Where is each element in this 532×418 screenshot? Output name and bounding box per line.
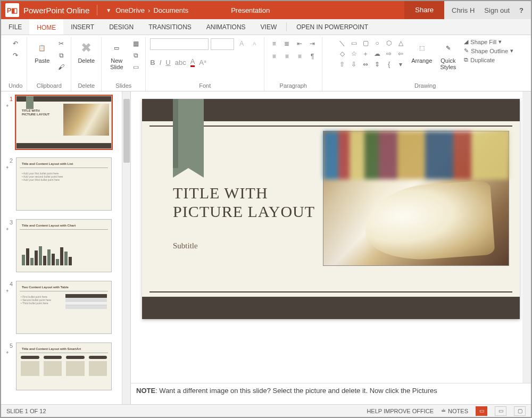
duplicate-slide-button[interactable]: ⧉ xyxy=(130,50,141,61)
redo-button[interactable]: ↷ xyxy=(10,50,21,61)
hide-slide-button[interactable]: ▭ xyxy=(130,62,141,72)
slide-thumbnail[interactable]: TITLE WITH PICTURE LAYOUT xyxy=(16,96,112,149)
animation-icon: ✦ xyxy=(5,350,13,355)
notes-pane[interactable]: NOTE: Want a different image on this sli… xyxy=(131,383,531,404)
align-left-button[interactable]: ≡ xyxy=(269,51,279,62)
tab-design[interactable]: DESIGN xyxy=(102,19,141,35)
tab-view[interactable]: VIEW xyxy=(253,19,285,35)
help-improve-link[interactable]: HELP IMPROVE OFFICE xyxy=(367,408,434,414)
notes-toggle[interactable]: ≐NOTES xyxy=(441,407,468,414)
scrollbar[interactable] xyxy=(122,91,130,404)
thumbnail-panel[interactable]: 1✦ TITLE WITH PICTURE LAYOUT 2✦ Title an… xyxy=(1,91,131,404)
align-center-button[interactable]: ≡ xyxy=(281,51,292,62)
scrollbar-handle[interactable] xyxy=(123,99,130,163)
undo-button[interactable]: ↶ xyxy=(10,38,21,49)
font-size-select[interactable] xyxy=(211,38,234,50)
copy-button[interactable]: ⧉ xyxy=(56,50,66,61)
scrollbar[interactable] xyxy=(522,91,531,383)
shape-arrow-l-icon[interactable]: ⇦ xyxy=(395,49,406,58)
shape-arrow-r-icon[interactable]: ⇨ xyxy=(384,49,394,58)
breadcrumb[interactable]: OneDrive › Documents xyxy=(115,6,188,14)
indent-left-button[interactable]: ⇤ xyxy=(294,38,305,49)
tab-file[interactable]: FILE xyxy=(1,19,29,35)
help-icon[interactable]: ? xyxy=(519,6,523,14)
paste-button[interactable]: 📋 Paste xyxy=(31,38,53,65)
slide-subtitle[interactable]: Subtitle xyxy=(173,241,198,250)
shape-plus-icon[interactable]: ＋ xyxy=(360,49,371,58)
slide-title[interactable]: TITLE WITH PICTURE LAYOUT xyxy=(173,184,315,221)
shape-more-icon[interactable]: ▾ xyxy=(395,60,406,69)
shrink-font-button[interactable]: A xyxy=(249,38,260,49)
italic-button[interactable]: I xyxy=(160,58,162,66)
shape-star-icon[interactable]: ☆ xyxy=(348,49,359,58)
format-painter-button[interactable]: 🖌 xyxy=(56,62,66,72)
breadcrumb-item[interactable]: Documents xyxy=(153,6,188,14)
signout-link[interactable]: Sign out xyxy=(484,6,510,14)
slide-canvas[interactable]: TITLE WITH PICTURE LAYOUT Subtitle xyxy=(142,99,520,319)
shape-rect-icon[interactable]: ▭ xyxy=(348,38,359,48)
shape-arrow-d-icon[interactable]: ⇩ xyxy=(348,60,359,69)
shape-arrow-u-icon[interactable]: ⇧ xyxy=(337,60,347,69)
shape-callout-icon[interactable]: ☁ xyxy=(372,49,383,58)
shape-brace-icon[interactable]: { xyxy=(384,60,394,69)
bookmark-graphic[interactable] xyxy=(173,99,204,168)
cut-button[interactable]: ✂ xyxy=(56,38,66,49)
indent-right-button[interactable]: ⇥ xyxy=(307,38,318,49)
shape-oval-icon[interactable]: ○ xyxy=(372,38,383,48)
user-name[interactable]: Chris H xyxy=(452,6,475,14)
arrange-button[interactable]: ⬚ Arrange xyxy=(409,38,434,65)
shape-line-icon[interactable]: ＼ xyxy=(337,38,347,48)
shape-rrect-icon[interactable]: ▢ xyxy=(360,38,371,48)
chevron-down-icon[interactable]: ▼ xyxy=(106,7,111,13)
shape-fill-button[interactable]: ◢Shape Fill▾ xyxy=(464,38,513,45)
font-family-select[interactable] xyxy=(150,38,209,50)
slide-thumbnail[interactable]: Title and Content Layout with SmartArt xyxy=(16,342,112,390)
notes-icon: ≐ xyxy=(441,407,446,414)
bullets-button[interactable]: ≡ xyxy=(269,38,279,49)
slide-thumbnail[interactable]: Title and Content Layout with List • Add… xyxy=(16,157,112,211)
thumbnail-item[interactable]: 5✦ Title and Content Layout with SmartAr… xyxy=(1,338,130,395)
shape-tri-icon[interactable]: △ xyxy=(395,38,406,48)
shape-hex-icon[interactable]: ⬡ xyxy=(384,38,394,48)
align-right-button[interactable]: ≡ xyxy=(294,51,305,62)
thumbnail-item[interactable]: 4✦ Two Content Layout with Table • First… xyxy=(1,277,130,338)
tab-insert[interactable]: INSERT xyxy=(63,19,102,35)
shapes-gallery[interactable]: ＼▭▢○⬡△ ◇☆＋☁⇨⇦ ⇧⇩⇔⇕{▾ xyxy=(337,38,406,69)
strike-button[interactable]: abc xyxy=(175,58,186,66)
tab-animations[interactable]: ANIMATIONS xyxy=(199,19,253,35)
document-title[interactable]: Presentation xyxy=(231,6,270,14)
breadcrumb-item[interactable]: OneDrive xyxy=(115,6,145,14)
slide-image[interactable] xyxy=(323,131,509,266)
shape-arrow-ud-icon[interactable]: ⇕ xyxy=(372,60,383,69)
thumbnail-item[interactable]: 3✦ Title and Content Layout with Chart xyxy=(1,215,130,277)
shape-diamond-icon[interactable]: ◇ xyxy=(337,49,347,58)
highlight-button[interactable]: Aᵃ xyxy=(199,58,206,66)
group-paragraph: ≡ ≣ ⇤ ⇥ ≡ ≡ ≡ ¶ Paragraph xyxy=(264,37,322,91)
slide-counter[interactable]: SLIDE 1 OF 12 xyxy=(6,408,46,414)
shape-arrow-lr-icon[interactable]: ⇔ xyxy=(360,60,371,69)
font-color-button[interactable]: A xyxy=(190,57,195,67)
tab-transitions[interactable]: TRANSITIONS xyxy=(141,19,199,35)
grow-font-button[interactable]: A xyxy=(236,38,247,49)
open-in-powerpoint[interactable]: OPEN IN POWERPOINT xyxy=(289,19,376,35)
quick-styles-button[interactable]: ✎ Quick Styles xyxy=(437,38,459,71)
bold-button[interactable]: B xyxy=(150,58,155,66)
text-direction-button[interactable]: ¶ xyxy=(307,51,318,62)
canvas-area: TITLE WITH PICTURE LAYOUT Subtitle NOTE:… xyxy=(131,91,531,404)
slide-thumbnail[interactable]: Title and Content Layout with Chart xyxy=(16,219,112,272)
reading-view-button[interactable]: ▭ xyxy=(495,406,506,416)
delete-button[interactable]: ✖ Delete xyxy=(76,38,97,65)
duplicate-button[interactable]: ⧉Duplicate xyxy=(464,56,513,63)
slideshow-button[interactable]: ▢ xyxy=(514,406,526,416)
layout-button[interactable]: ▦ xyxy=(130,38,141,49)
slide-thumbnail[interactable]: Two Content Layout with Table • First bu… xyxy=(16,281,112,334)
numbering-button[interactable]: ≣ xyxy=(281,38,292,49)
normal-view-button[interactable]: ▭ xyxy=(476,406,487,416)
underline-button[interactable]: U xyxy=(165,58,170,66)
share-button[interactable]: Share xyxy=(404,1,444,19)
new-slide-button[interactable]: ▭ New Slide xyxy=(106,38,127,71)
tab-home[interactable]: HOME xyxy=(29,19,63,35)
shape-outline-button[interactable]: ✎Shape Outline▾ xyxy=(464,47,513,54)
thumbnail-item[interactable]: 2✦ Title and Content Layout with List • … xyxy=(1,153,130,215)
thumbnail-item[interactable]: 1✦ TITLE WITH PICTURE LAYOUT xyxy=(1,91,130,153)
